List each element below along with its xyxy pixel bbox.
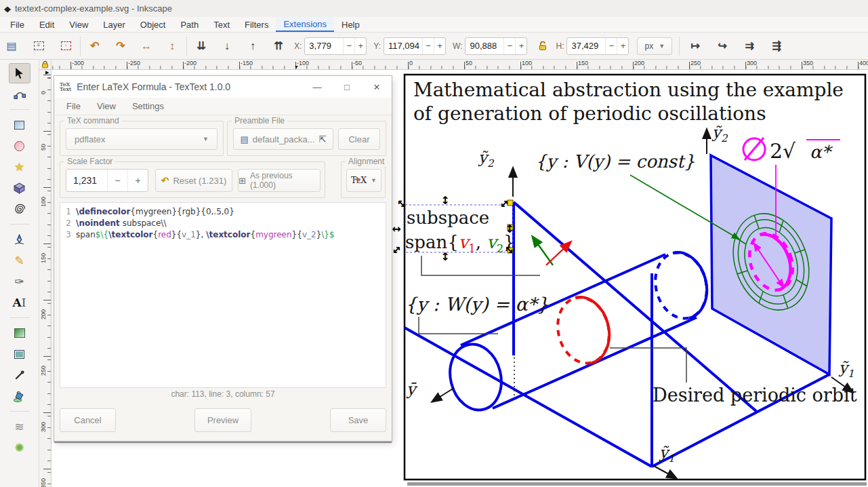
w-set-label[interactable]: {y : W(y) = α*} bbox=[405, 294, 548, 315]
alignment-anchor-icon: TEX+ bbox=[351, 176, 367, 185]
latex-code-editor[interactable]: 1\definecolor{mygreen}{rgb}{0,.5,0}2\noi… bbox=[60, 202, 386, 388]
preamble-file-button[interactable]: ▤ default_packa... ⇱ bbox=[233, 128, 333, 150]
code-segment: {mygreen}{rgb}{0,.5,0} bbox=[130, 206, 234, 218]
figure-title-line1: Mathematical abstraction using the examp… bbox=[413, 79, 844, 101]
tex-command-value: pdflatex bbox=[75, 134, 106, 144]
scale-factor-group: Scale Factor 1,231 − + ↶ Reset (1.231) ⊞… bbox=[60, 161, 325, 198]
code-segment: subspace\\ bbox=[120, 218, 167, 229]
chevron-down-icon: ▼ bbox=[203, 136, 209, 142]
tex-command-group: TeX command pdflatex ▼ bbox=[60, 121, 224, 156]
copy-icon: ⊞ bbox=[239, 176, 246, 186]
scale-factor-field[interactable]: 1,231 − + bbox=[66, 169, 148, 192]
page-shadow-bottom bbox=[407, 482, 867, 486]
code-segment: \definecolor bbox=[76, 206, 130, 218]
code-segment: span bbox=[76, 229, 96, 241]
code-segment: }{ bbox=[292, 229, 302, 241]
subspace-label[interactable]: subspace bbox=[407, 208, 489, 228]
preview-button[interactable]: Preview bbox=[194, 408, 251, 432]
code-segment: \noindent bbox=[76, 218, 120, 229]
textext-logo-icon: TeXText bbox=[60, 82, 71, 92]
diameter-text: 2√ bbox=[770, 139, 796, 163]
dialog-titlebar[interactable]: TeXText Enter LaTeX Formula - TexText 1.… bbox=[54, 76, 392, 98]
dialog-menubar: FileViewSettings bbox=[54, 98, 392, 115]
code-segment: $\{ bbox=[96, 229, 108, 241]
code-segment: { bbox=[153, 229, 159, 241]
preamble-label: Preamble File bbox=[232, 116, 287, 125]
undo-icon: ↶ bbox=[161, 175, 169, 186]
code-segment: { bbox=[251, 229, 256, 241]
scale-handle-e[interactable]: ↕ bbox=[505, 222, 514, 235]
code-segment: }{ bbox=[171, 229, 182, 241]
scale-handle-n[interactable]: ↕ bbox=[440, 194, 449, 207]
dialog-menu-item-settings[interactable]: Settings bbox=[124, 101, 172, 111]
line-number: 1 bbox=[60, 206, 71, 218]
scale-factor-label: Scale Factor bbox=[64, 157, 115, 166]
tex-command-label: TeX command bbox=[64, 116, 122, 125]
figure-title-line2: of generation of periodic oscillations bbox=[413, 102, 766, 125]
dialog-title: Enter LaTeX Formula - TexText 1.0.0 bbox=[77, 81, 230, 92]
code-segment: \textcolor bbox=[206, 229, 250, 241]
code-segment: v_2 bbox=[302, 229, 316, 241]
file-icon: ▤ bbox=[241, 134, 249, 144]
textext-dialog[interactable]: TeXText Enter LaTeX Formula - TexText 1.… bbox=[54, 76, 392, 441]
scale-factor-value[interactable]: 1,231 bbox=[66, 175, 107, 186]
inkscape-window: Mathematical abstraction using the examp… bbox=[0, 0, 868, 487]
preamble-file-name: default_packa... bbox=[253, 134, 315, 144]
code-line[interactable]: 1\definecolor{mygreen}{rgb}{0,.5,0} bbox=[60, 206, 386, 218]
code-segment: \textcolor bbox=[108, 229, 152, 241]
scale-handle-s[interactable]: ↕ bbox=[440, 250, 449, 263]
code-line[interactable]: 2\noindent subspace\\ bbox=[60, 218, 386, 229]
minimize-button[interactable]: — bbox=[302, 76, 332, 98]
dialog-menu-item-file[interactable]: File bbox=[58, 101, 89, 111]
line-number: 2 bbox=[60, 218, 71, 229]
code-segment: } bbox=[316, 229, 322, 241]
preamble-group: Preamble File ▤ default_packa... ⇱ Clear bbox=[227, 121, 386, 156]
desired-orbit-label[interactable]: Desired periodic orbit bbox=[653, 385, 857, 406]
scale-decrement-button[interactable]: − bbox=[107, 170, 127, 191]
alignment-group: Alignment TEX+ ▼ bbox=[341, 161, 386, 198]
open-file-icon: ⇱ bbox=[319, 134, 327, 144]
save-button[interactable]: Save bbox=[330, 408, 386, 432]
code-line[interactable]: 3span$\{\textcolor{red}{v_1}, \textcolor… bbox=[60, 229, 386, 241]
close-button[interactable]: ✕ bbox=[362, 76, 392, 98]
code-segment: red bbox=[158, 229, 171, 241]
as-previous-button[interactable]: ⊞ As previous (1.000) bbox=[238, 169, 321, 192]
tex-command-dropdown[interactable]: pdflatex ▼ bbox=[66, 128, 218, 150]
maximize-button[interactable]: □ bbox=[332, 76, 362, 98]
code-segment: }, bbox=[196, 229, 206, 241]
code-segment: \}$ bbox=[321, 229, 334, 241]
scale-handle-w[interactable]: ↔ bbox=[392, 222, 400, 235]
alignment-dropdown[interactable]: TEX+ ▼ bbox=[346, 169, 381, 192]
diameter-radicand: α* bbox=[810, 142, 833, 162]
alignment-label: Alignment bbox=[346, 157, 387, 166]
scale-increment-button[interactable]: + bbox=[127, 170, 148, 191]
cancel-button[interactable]: Cancel bbox=[60, 408, 116, 432]
line-number: 3 bbox=[60, 229, 71, 241]
chevron-down-icon: ▼ bbox=[371, 177, 377, 184]
cursor-status: char: 113, line: 3, column: 57 bbox=[54, 389, 392, 399]
reset-scale-button[interactable]: ↶ Reset (1.231) bbox=[155, 169, 232, 192]
v-set-label[interactable]: {y : V(y) = const} bbox=[535, 151, 695, 172]
clear-preamble-button[interactable]: Clear bbox=[338, 128, 380, 150]
code-segment: mygreen bbox=[255, 229, 291, 241]
dialog-menu-item-view[interactable]: View bbox=[89, 101, 124, 111]
code-segment: v_1 bbox=[182, 229, 196, 241]
